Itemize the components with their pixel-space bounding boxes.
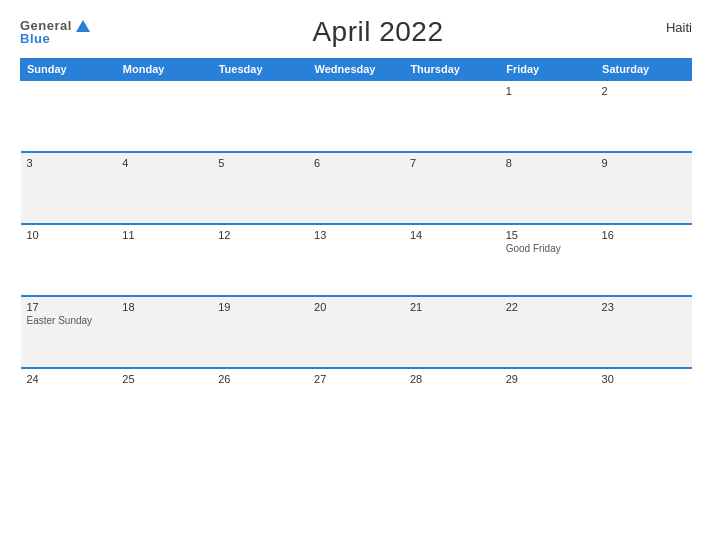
day-number: 10 (27, 229, 111, 241)
calendar-cell: 9 (596, 152, 692, 224)
calendar-cell: 12 (212, 224, 308, 296)
calendar-cell (308, 80, 404, 152)
calendar-week-row: 3456789 (21, 152, 692, 224)
day-number: 2 (602, 85, 686, 97)
day-number: 30 (602, 373, 686, 385)
calendar-cell: 10 (21, 224, 117, 296)
day-number: 18 (122, 301, 206, 313)
calendar-week-row: 24252627282930 (21, 368, 692, 440)
calendar-cell: 19 (212, 296, 308, 368)
calendar-cell: 25 (116, 368, 212, 440)
calendar-cell: 21 (404, 296, 500, 368)
calendar-cell: 16 (596, 224, 692, 296)
day-number: 4 (122, 157, 206, 169)
logo-triangle-icon (76, 20, 90, 32)
calendar-cell: 8 (500, 152, 596, 224)
day-number: 27 (314, 373, 398, 385)
calendar-week-row: 17Easter Sunday181920212223 (21, 296, 692, 368)
day-header-saturday: Saturday (596, 59, 692, 81)
day-number: 15 (506, 229, 590, 241)
calendar-cell: 4 (116, 152, 212, 224)
day-number: 25 (122, 373, 206, 385)
day-number: 13 (314, 229, 398, 241)
calendar-cell: 18 (116, 296, 212, 368)
day-number: 22 (506, 301, 590, 313)
day-header-sunday: Sunday (21, 59, 117, 81)
day-number: 1 (506, 85, 590, 97)
logo: General Blue (20, 19, 90, 45)
day-number: 19 (218, 301, 302, 313)
calendar-cell (404, 80, 500, 152)
calendar: SundayMondayTuesdayWednesdayThursdayFrid… (20, 58, 692, 534)
day-number: 11 (122, 229, 206, 241)
day-header-tuesday: Tuesday (212, 59, 308, 81)
day-header-friday: Friday (500, 59, 596, 81)
calendar-cell: 11 (116, 224, 212, 296)
day-number: 9 (602, 157, 686, 169)
day-number: 21 (410, 301, 494, 313)
calendar-cell (21, 80, 117, 152)
calendar-cell: 27 (308, 368, 404, 440)
calendar-cell: 2 (596, 80, 692, 152)
calendar-cell: 7 (404, 152, 500, 224)
calendar-cell: 15Good Friday (500, 224, 596, 296)
calendar-cell: 14 (404, 224, 500, 296)
calendar-cell: 5 (212, 152, 308, 224)
day-number: 8 (506, 157, 590, 169)
calendar-cell (116, 80, 212, 152)
day-number: 23 (602, 301, 686, 313)
day-number: 20 (314, 301, 398, 313)
day-number: 26 (218, 373, 302, 385)
day-number: 17 (27, 301, 111, 313)
holiday-label: Good Friday (506, 243, 590, 254)
calendar-cell: 3 (21, 152, 117, 224)
day-number: 24 (27, 373, 111, 385)
day-number: 3 (27, 157, 111, 169)
calendar-header: General Blue April 2022 Haiti (20, 16, 692, 48)
day-number: 14 (410, 229, 494, 241)
day-number: 16 (602, 229, 686, 241)
day-number: 5 (218, 157, 302, 169)
calendar-week-row: 101112131415Good Friday16 (21, 224, 692, 296)
calendar-cell: 30 (596, 368, 692, 440)
calendar-cell: 29 (500, 368, 596, 440)
calendar-week-row: 12 (21, 80, 692, 152)
calendar-cell: 24 (21, 368, 117, 440)
calendar-title: April 2022 (312, 16, 443, 48)
day-number: 6 (314, 157, 398, 169)
calendar-table: SundayMondayTuesdayWednesdayThursdayFrid… (20, 58, 692, 440)
calendar-cell: 6 (308, 152, 404, 224)
calendar-cell: 28 (404, 368, 500, 440)
day-header-wednesday: Wednesday (308, 59, 404, 81)
country-label: Haiti (666, 20, 692, 35)
calendar-cell: 23 (596, 296, 692, 368)
day-number: 12 (218, 229, 302, 241)
holiday-label: Easter Sunday (27, 315, 111, 326)
day-header-monday: Monday (116, 59, 212, 81)
calendar-cell (212, 80, 308, 152)
day-number: 29 (506, 373, 590, 385)
logo-blue-text: Blue (20, 32, 90, 45)
calendar-cell: 26 (212, 368, 308, 440)
day-number: 7 (410, 157, 494, 169)
day-number: 28 (410, 373, 494, 385)
calendar-cell: 22 (500, 296, 596, 368)
day-header-thursday: Thursday (404, 59, 500, 81)
calendar-cell: 20 (308, 296, 404, 368)
calendar-cell: 17Easter Sunday (21, 296, 117, 368)
calendar-cell: 13 (308, 224, 404, 296)
calendar-cell: 1 (500, 80, 596, 152)
calendar-header-row: SundayMondayTuesdayWednesdayThursdayFrid… (21, 59, 692, 81)
